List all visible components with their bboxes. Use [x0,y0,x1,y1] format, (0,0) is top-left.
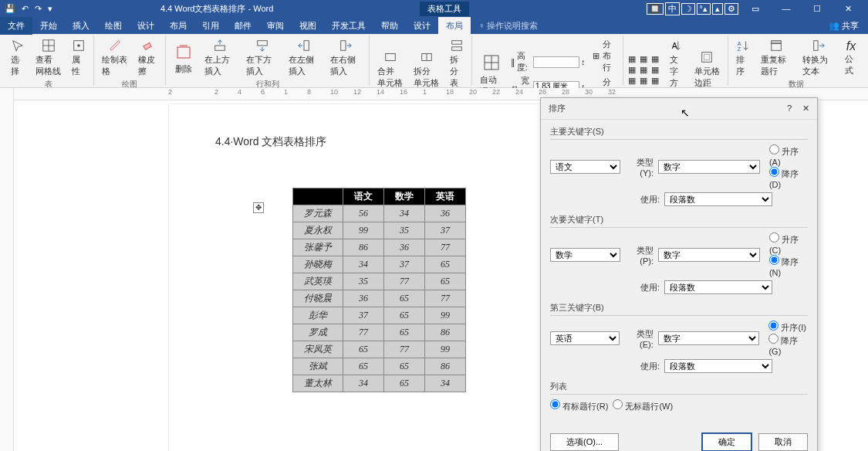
table-row[interactable]: 张斌656586 [293,358,466,375]
row-height[interactable]: ‖高度:↕ [511,50,586,73]
redo-icon[interactable]: ↷ [35,4,42,14]
split-cells-button[interactable]: 拆分 单元格 [410,49,442,90]
secondary-key-select[interactable]: 数学 [550,248,620,262]
tab-引用[interactable]: 引用 [194,17,227,35]
table-header[interactable]: 数学 [384,188,425,205]
insert-above-button[interactable]: 在上方插入 [201,37,238,79]
distribute-rows-button[interactable]: ⊞分布行 [589,37,617,75]
svg-rect-3 [144,42,151,49]
table-row[interactable]: 夏永权993537 [293,222,466,239]
tab-视图[interactable]: 视图 [292,17,324,35]
header-yes-radio[interactable]: 有标题行(R) [550,399,608,412]
insert-right-button[interactable]: 在右侧插入 [327,37,364,79]
table-row[interactable]: 彭华376599 [293,307,466,324]
sort-button[interactable]: AZ排序 [733,37,753,79]
svg-rect-21 [813,41,817,51]
table-header[interactable]: 英语 [425,188,466,205]
table-row[interactable]: 孙晓梅343765 [293,256,466,273]
share-button[interactable]: 👥 共享 [819,17,868,35]
tertiary-type-select[interactable]: 数字 [658,331,760,345]
eraser-button[interactable]: 橡皮擦 [135,37,160,79]
primary-desc-radio[interactable]: 降序(D) [769,167,808,189]
ok-button[interactable]: 确定 [701,432,752,451]
minimize-button[interactable]: — [771,1,802,16]
table-row[interactable]: 宋凤英657799 [293,341,466,358]
cell-margins-button[interactable]: 单元格 边距 [691,49,723,90]
tab-插入[interactable]: 插入 [65,17,97,35]
quick-access: 💾 ↶ ↷ ▾ [5,4,52,14]
dialog-close-button[interactable]: ✕ [802,103,809,114]
secondary-type-select[interactable]: 数字 [658,248,760,262]
ime-person[interactable]: ▴ [712,3,723,15]
tell-me[interactable]: ♀ 操作说明搜索 [478,20,538,32]
primary-asc-radio[interactable]: 升序(A) [769,144,808,167]
table-header[interactable] [293,188,343,205]
table-row[interactable]: 罗成776586 [293,324,466,341]
tertiary-asc-radio[interactable]: 升序(I) [768,320,808,334]
table-header[interactable]: 语文 [343,188,384,205]
tertiary-desc-radio[interactable]: 降序(G) [768,334,808,356]
vertical-ruler[interactable] [0,88,14,451]
tab-绘图[interactable]: 绘图 [97,17,130,35]
properties-button[interactable]: 属性 [69,37,89,79]
secondary-desc-radio[interactable]: 降序(N) [769,255,808,277]
gridlines-button[interactable]: 查看 网格线 [32,37,64,79]
save-icon[interactable]: 💾 [5,4,15,14]
tab-布局[interactable]: 布局 [162,17,194,35]
table-row[interactable]: 武英瑛357765 [293,273,466,290]
dialog-title: 排序 [549,103,566,114]
undo-icon[interactable]: ↶ [22,4,29,14]
tab-设计[interactable]: 设计 [130,17,162,35]
maximize-button[interactable]: ☐ [802,1,833,17]
table-row[interactable]: 董太林346534 [293,375,466,392]
data-table[interactable]: 语文数学英语罗元森563436夏永权993537张馨予863677孙晓梅3437… [292,188,466,392]
insert-left-button[interactable]: 在左侧插入 [285,37,323,79]
primary-type-select[interactable]: 数字 [658,160,760,174]
ribbon-mode-icon[interactable]: ▭ [740,1,771,17]
svg-rect-4 [177,47,190,58]
merge-cells-button[interactable]: 合并 单元格 [374,49,406,90]
close-button[interactable]: ✕ [833,1,863,17]
ime-moon[interactable]: ☽ [681,3,695,15]
svg-point-2 [77,44,80,47]
svg-rect-6 [257,41,267,46]
tab-帮助[interactable]: 帮助 [373,17,406,35]
insert-below-button[interactable]: 在下方插入 [243,37,280,79]
tab-开发工具[interactable]: 开发工具 [324,17,373,35]
tertiary-key-group: 第三关键字(B)英语类型(E):数字 升序(I) 降序(G)使用:段落数 [550,302,808,373]
repeat-header-button[interactable]: 重复标题行 [758,37,795,79]
context-tab-布局[interactable]: 布局 [438,17,471,35]
table-row[interactable]: 罗元森563436 [293,205,466,222]
cancel-button[interactable]: 取消 [758,433,808,451]
tertiary-key-select[interactable]: 英语 [550,331,620,345]
primary-key-select[interactable]: 语文 [550,160,620,174]
delete-button[interactable]: 删除 [171,40,197,76]
options-button[interactable]: 选项(O)... [550,433,619,451]
secondary-using-select[interactable]: 段落数 [664,280,772,294]
tab-邮件[interactable]: 邮件 [227,17,259,35]
secondary-asc-radio[interactable]: 升序(C) [769,232,808,255]
ime-user[interactable]: °▴ [697,3,711,15]
table-move-handle[interactable]: ✥ [253,202,264,213]
tab-审阅[interactable]: 审阅 [259,17,292,35]
align-grid[interactable]: ▦▦▦▦▦▦▦▦▦ [628,54,662,86]
ime-lang[interactable]: 中 [665,2,680,15]
svg-rect-15 [702,53,712,63]
table-row[interactable]: 付晓晨366577 [293,290,466,307]
primary-key-group: 主要关键字(S)语文类型(Y):数字 升序(A) 降序(D)使用:段落数 [550,126,808,206]
select-button[interactable]: 选择 [8,37,28,79]
draw-table-button[interactable]: 绘制表格 [99,37,130,79]
primary-using-select[interactable]: 段落数 [664,192,772,206]
tertiary-using-select[interactable]: 段落数 [664,359,772,373]
formula-button[interactable]: fx公式 [842,38,860,78]
convert-text-button[interactable]: 转换为文本 [799,37,837,79]
tab-开始[interactable]: 开始 [32,17,65,35]
header-no-radio[interactable]: 无标题行(W) [613,399,673,412]
customize-icon[interactable]: ▾ [48,4,52,14]
dialog-help-button[interactable]: ? [787,103,792,114]
tab-文件[interactable]: 文件 [0,17,32,35]
ime-gear[interactable]: ⚙ [724,3,738,15]
table-row[interactable]: 张馨予863677 [293,239,466,256]
ime-icon[interactable]: 🔲 [647,3,664,15]
context-tab-设计[interactable]: 设计 [406,17,438,35]
